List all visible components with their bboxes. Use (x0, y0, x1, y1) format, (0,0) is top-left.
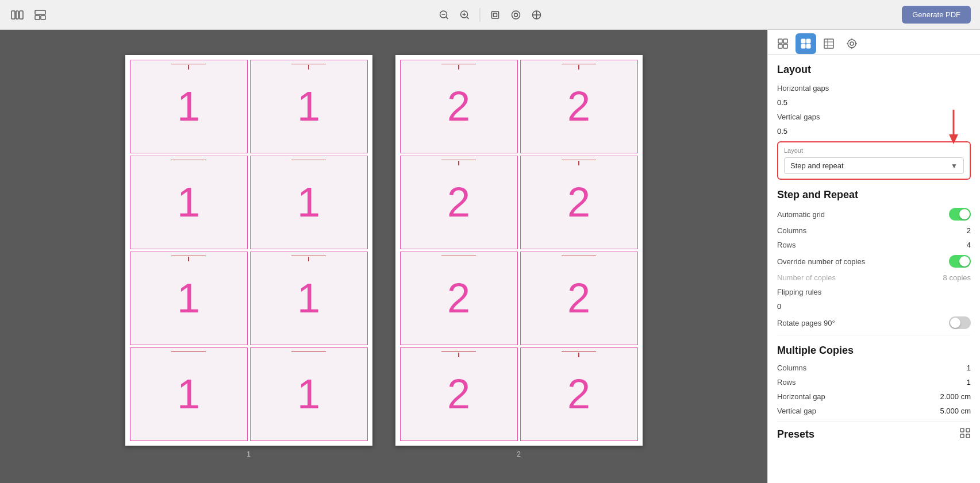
mc-horizontal-gap-label: Horizontal gap (777, 392, 825, 401)
svg-point-16 (514, 13, 517, 17)
page-2-number: 2 (517, 450, 521, 458)
card-number: 1 (177, 181, 200, 223)
mc-vertical-gap-value: 5.000 cm (940, 407, 971, 415)
card-number: 1 (297, 277, 320, 319)
card-mark-line (291, 256, 326, 257)
horizontal-gap-row: Horizontal gaps (777, 84, 971, 92)
fit-page-icon[interactable] (487, 7, 503, 23)
override-copies-label: Override number of copies (777, 257, 865, 266)
card-number: 2 (567, 277, 590, 319)
card-mark-tick (188, 257, 189, 261)
card-mark-top (291, 64, 326, 70)
panel-tabs (768, 30, 980, 55)
toggle-knob (950, 318, 960, 328)
card-mark-tick (578, 65, 579, 69)
card-number: 1 (177, 277, 200, 319)
card-number: 2 (447, 181, 470, 223)
svg-rect-21 (783, 39, 787, 43)
override-copies-toggle[interactable] (949, 255, 971, 268)
page-2: 2 2 2 (395, 55, 643, 446)
mc-vertical-gap-row: Vertical gap 5.000 cm (777, 407, 971, 415)
fit-width-icon[interactable] (508, 7, 524, 23)
svg-point-32 (848, 40, 856, 48)
presets-title: Presets (777, 428, 814, 441)
card-mark-line (562, 256, 596, 257)
layout-icon-1[interactable] (9, 7, 25, 23)
card-mark-top (441, 256, 476, 257)
toolbar-right: Generate PDF (902, 6, 971, 24)
toolbar-center (436, 7, 544, 23)
card-mark-tick (578, 161, 579, 165)
toolbar-left (9, 7, 48, 23)
tab-layout[interactable] (795, 33, 816, 54)
card-mark-line (441, 64, 476, 65)
mc-rows-label: Rows (777, 378, 796, 387)
mc-rows-row: Rows 1 (777, 378, 971, 387)
card-mark-tick (458, 65, 459, 69)
card-mark-line (291, 351, 326, 353)
svg-rect-0 (11, 11, 15, 19)
toolbar: Generate PDF (0, 0, 980, 30)
card-mark-line (171, 256, 206, 257)
mc-columns-label: Columns (777, 364, 806, 372)
svg-rect-14 (493, 13, 497, 17)
card-mark-top (441, 351, 476, 358)
divider-1 (777, 335, 971, 335)
svg-rect-1 (16, 11, 18, 19)
tab-grid[interactable] (773, 33, 793, 54)
card-mark-top (562, 64, 596, 70)
toolbar-divider (479, 8, 480, 22)
flipping-rules-value-row: 0 (777, 302, 971, 311)
card-mark-top (562, 160, 596, 166)
card-mark-tick (458, 353, 459, 357)
toggle-knob (959, 209, 970, 219)
canvas-area: 1 1 1 (0, 30, 767, 483)
card-1-2: 1 (250, 60, 368, 153)
card-1-6: 1 (250, 252, 368, 345)
svg-rect-41 (966, 428, 970, 432)
tab-target[interactable] (841, 33, 862, 54)
card-1-1: 1 (130, 60, 248, 153)
presets-grid-icon[interactable] (959, 427, 971, 441)
svg-rect-20 (778, 39, 782, 43)
card-mark-tick (458, 161, 459, 165)
card-mark-tick (308, 65, 309, 69)
generate-pdf-button[interactable]: Generate PDF (902, 6, 971, 24)
rotate-pages-toggle[interactable] (949, 316, 971, 329)
mc-columns-row: Columns 1 (777, 364, 971, 372)
card-2-4: 2 (520, 156, 638, 249)
layout-dropdown[interactable]: Step and repeat ▼ (784, 157, 964, 174)
card-mark-tick (578, 353, 579, 357)
mc-horizontal-gap-value: 2.000 cm (940, 392, 971, 401)
zoom-in-icon[interactable] (456, 7, 472, 23)
card-2-3: 2 (400, 156, 518, 249)
svg-point-33 (850, 42, 854, 45)
card-2-5: 2 (400, 252, 518, 345)
svg-rect-43 (966, 434, 970, 438)
automatic-grid-label: Automatic grid (777, 210, 825, 219)
card-mark-line (562, 64, 596, 65)
card-mark-top (441, 64, 476, 70)
card-1-3: 1 (130, 156, 248, 249)
card-mark-line (562, 160, 596, 161)
actual-size-icon[interactable] (528, 7, 544, 23)
horizontal-gap-value: 0.5 (777, 98, 787, 107)
svg-line-8 (446, 17, 448, 19)
panel-content: Layout Horizontal gaps 0.5 Vertical gaps… (768, 55, 980, 483)
number-copies-label: Number of copies (777, 273, 836, 282)
card-mark-top (291, 351, 326, 353)
card-mark-line (441, 351, 476, 353)
automatic-grid-toggle[interactable] (949, 208, 971, 221)
layout-icon-2[interactable] (32, 7, 48, 23)
zoom-out-icon[interactable] (436, 7, 452, 23)
override-copies-row: Override number of copies (777, 255, 971, 268)
card-mark-line (441, 160, 476, 161)
svg-rect-40 (960, 428, 964, 432)
vertical-gap-value: 0.5 (777, 127, 787, 136)
rows-value: 4 (967, 241, 971, 249)
multiple-copies-title: Multiple Copies (777, 345, 971, 357)
tab-table[interactable] (818, 33, 839, 54)
svg-rect-25 (806, 39, 810, 43)
card-1-7: 1 (130, 347, 248, 441)
flipping-rules-row: Flipping rules (777, 288, 971, 296)
